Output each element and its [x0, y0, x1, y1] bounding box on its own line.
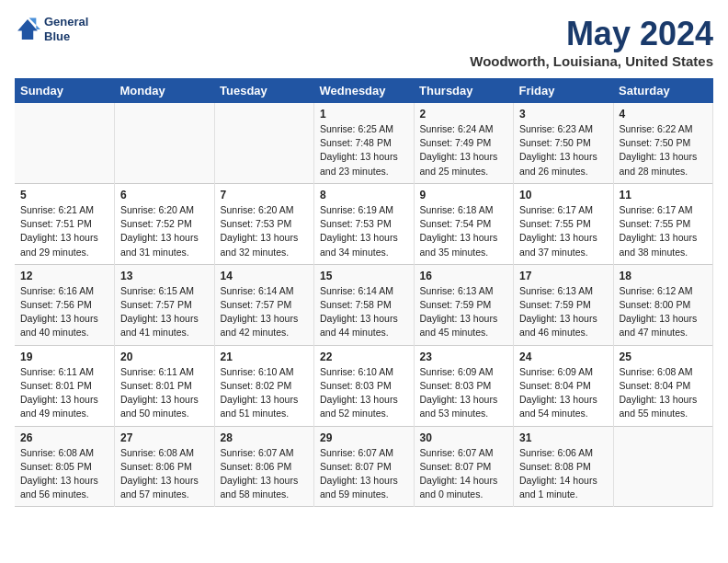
day-number: 13 [120, 270, 209, 282]
day-info: Sunrise: 6:14 AMSunset: 7:58 PMDaylight:… [320, 284, 408, 340]
day-info: Sunrise: 6:24 AMSunset: 7:49 PMDaylight:… [420, 122, 508, 178]
page-header: General Blue May 2024 Woodworth, Louisia… [15, 15, 713, 69]
day-info: Sunrise: 6:08 AMSunset: 8:04 PMDaylight:… [620, 365, 708, 421]
logo-icon [15, 17, 40, 42]
calendar-cell [214, 103, 314, 183]
day-number: 8 [320, 189, 408, 201]
calendar-cell: 8Sunrise: 6:19 AMSunset: 7:53 PMDaylight… [314, 183, 415, 264]
calendar-week-row: 5Sunrise: 6:21 AMSunset: 7:51 PMDaylight… [15, 183, 713, 264]
weekday-header-monday: Monday [115, 78, 215, 103]
day-number: 12 [20, 270, 108, 282]
day-info: Sunrise: 6:07 AMSunset: 8:06 PMDaylight:… [221, 446, 309, 502]
calendar-cell [115, 103, 215, 183]
calendar-cell: 6Sunrise: 6:20 AMSunset: 7:52 PMDaylight… [115, 183, 215, 264]
logo-text: General Blue [44, 15, 88, 43]
day-info: Sunrise: 6:09 AMSunset: 8:04 PMDaylight:… [519, 365, 608, 421]
day-info: Sunrise: 6:12 AMSunset: 8:00 PMDaylight:… [620, 284, 708, 340]
day-number: 21 [221, 350, 309, 363]
day-number: 5 [20, 189, 108, 201]
day-number: 27 [120, 431, 209, 444]
calendar-cell: 1Sunrise: 6:25 AMSunset: 7:48 PMDaylight… [314, 103, 415, 183]
day-info: Sunrise: 6:25 AMSunset: 7:48 PMDaylight:… [320, 122, 408, 178]
day-number: 25 [620, 350, 708, 363]
day-info: Sunrise: 6:10 AMSunset: 8:03 PMDaylight:… [320, 365, 408, 421]
day-number: 6 [120, 189, 209, 201]
day-info: Sunrise: 6:11 AMSunset: 8:01 PMDaylight:… [20, 365, 108, 421]
weekday-header-wednesday: Wednesday [314, 78, 415, 103]
day-number: 23 [420, 350, 508, 363]
day-info: Sunrise: 6:14 AMSunset: 7:57 PMDaylight:… [221, 284, 309, 340]
title-block: May 2024 Woodworth, Louisiana, United St… [470, 15, 713, 69]
calendar-cell: 10Sunrise: 6:17 AMSunset: 7:55 PMDayligh… [514, 183, 614, 264]
day-info: Sunrise: 6:22 AMSunset: 7:50 PMDaylight:… [620, 122, 708, 178]
calendar-week-row: 26Sunrise: 6:08 AMSunset: 8:05 PMDayligh… [15, 426, 713, 507]
calendar-week-row: 1Sunrise: 6:25 AMSunset: 7:48 PMDaylight… [15, 103, 713, 183]
weekday-header-tuesday: Tuesday [214, 78, 314, 103]
weekday-header-sunday: Sunday [15, 78, 115, 103]
day-number: 9 [420, 189, 508, 201]
day-info: Sunrise: 6:20 AMSunset: 7:53 PMDaylight:… [221, 203, 309, 259]
day-info: Sunrise: 6:06 AMSunset: 8:08 PMDaylight:… [519, 446, 608, 502]
calendar-cell: 27Sunrise: 6:08 AMSunset: 8:06 PMDayligh… [115, 426, 215, 507]
day-number: 26 [20, 431, 108, 444]
day-number: 28 [221, 431, 309, 444]
calendar-cell: 24Sunrise: 6:09 AMSunset: 8:04 PMDayligh… [514, 345, 614, 426]
calendar-week-row: 12Sunrise: 6:16 AMSunset: 7:56 PMDayligh… [15, 264, 713, 345]
calendar-table: SundayMondayTuesdayWednesdayThursdayFrid… [15, 78, 713, 507]
day-info: Sunrise: 6:10 AMSunset: 8:02 PMDaylight:… [221, 365, 309, 421]
weekday-header-thursday: Thursday [414, 78, 514, 103]
day-number: 1 [320, 108, 408, 121]
day-info: Sunrise: 6:13 AMSunset: 7:59 PMDaylight:… [519, 284, 608, 340]
day-number: 19 [20, 350, 108, 363]
logo-line1: General [44, 15, 88, 29]
day-info: Sunrise: 6:08 AMSunset: 8:05 PMDaylight:… [20, 446, 108, 502]
calendar-cell [15, 103, 115, 183]
day-number: 7 [221, 189, 309, 201]
calendar-cell: 7Sunrise: 6:20 AMSunset: 7:53 PMDaylight… [214, 183, 314, 264]
calendar-cell: 29Sunrise: 6:07 AMSunset: 8:07 PMDayligh… [314, 426, 415, 507]
calendar-cell: 25Sunrise: 6:08 AMSunset: 8:04 PMDayligh… [613, 345, 713, 426]
day-number: 15 [320, 270, 408, 282]
calendar-cell: 31Sunrise: 6:06 AMSunset: 8:08 PMDayligh… [514, 426, 614, 507]
calendar-cell: 16Sunrise: 6:13 AMSunset: 7:59 PMDayligh… [414, 264, 514, 345]
calendar-cell: 5Sunrise: 6:21 AMSunset: 7:51 PMDaylight… [15, 183, 115, 264]
day-info: Sunrise: 6:09 AMSunset: 8:03 PMDaylight:… [420, 365, 508, 421]
calendar-cell: 2Sunrise: 6:24 AMSunset: 7:49 PMDaylight… [414, 103, 514, 183]
day-info: Sunrise: 6:07 AMSunset: 8:07 PMDaylight:… [420, 446, 508, 502]
day-info: Sunrise: 6:21 AMSunset: 7:51 PMDaylight:… [20, 203, 108, 259]
day-info: Sunrise: 6:19 AMSunset: 7:53 PMDaylight:… [320, 203, 408, 259]
calendar-cell: 12Sunrise: 6:16 AMSunset: 7:56 PMDayligh… [15, 264, 115, 345]
day-number: 10 [519, 189, 608, 201]
day-number: 14 [221, 270, 309, 282]
calendar-cell: 28Sunrise: 6:07 AMSunset: 8:06 PMDayligh… [214, 426, 314, 507]
day-number: 3 [519, 108, 608, 121]
day-number: 4 [620, 108, 708, 121]
day-number: 11 [620, 189, 708, 201]
calendar-week-row: 19Sunrise: 6:11 AMSunset: 8:01 PMDayligh… [15, 345, 713, 426]
calendar-cell: 18Sunrise: 6:12 AMSunset: 8:00 PMDayligh… [613, 264, 713, 345]
day-info: Sunrise: 6:20 AMSunset: 7:52 PMDaylight:… [120, 203, 209, 259]
day-info: Sunrise: 6:07 AMSunset: 8:07 PMDaylight:… [320, 446, 408, 502]
calendar-cell: 17Sunrise: 6:13 AMSunset: 7:59 PMDayligh… [514, 264, 614, 345]
day-info: Sunrise: 6:11 AMSunset: 8:01 PMDaylight:… [120, 365, 209, 421]
calendar-cell: 4Sunrise: 6:22 AMSunset: 7:50 PMDaylight… [613, 103, 713, 183]
day-number: 20 [120, 350, 209, 363]
calendar-cell: 9Sunrise: 6:18 AMSunset: 7:54 PMDaylight… [414, 183, 514, 264]
day-number: 17 [519, 270, 608, 282]
weekday-header-saturday: Saturday [613, 78, 713, 103]
location: Woodworth, Louisiana, United States [470, 53, 713, 69]
calendar-cell: 13Sunrise: 6:15 AMSunset: 7:57 PMDayligh… [115, 264, 215, 345]
calendar-cell: 11Sunrise: 6:17 AMSunset: 7:55 PMDayligh… [613, 183, 713, 264]
day-number: 31 [519, 431, 608, 444]
calendar-cell: 23Sunrise: 6:09 AMSunset: 8:03 PMDayligh… [414, 345, 514, 426]
day-info: Sunrise: 6:17 AMSunset: 7:55 PMDaylight:… [620, 203, 708, 259]
day-number: 16 [420, 270, 508, 282]
day-info: Sunrise: 6:08 AMSunset: 8:06 PMDaylight:… [120, 446, 209, 502]
day-info: Sunrise: 6:18 AMSunset: 7:54 PMDaylight:… [420, 203, 508, 259]
day-number: 18 [620, 270, 708, 282]
day-number: 2 [420, 108, 508, 121]
day-info: Sunrise: 6:15 AMSunset: 7:57 PMDaylight:… [120, 284, 209, 340]
day-number: 30 [420, 431, 508, 444]
weekday-header-friday: Friday [514, 78, 614, 103]
calendar-cell: 22Sunrise: 6:10 AMSunset: 8:03 PMDayligh… [314, 345, 415, 426]
